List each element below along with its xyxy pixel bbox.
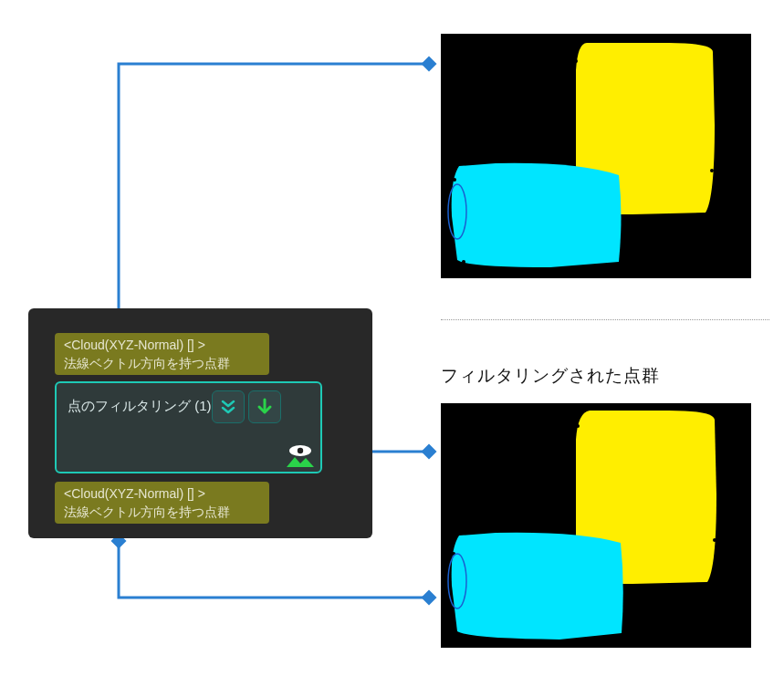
node-body[interactable]: 点のフィルタリング (1) [55,381,322,473]
output-port-type: <Cloud(XYZ-Normal) [] > [64,484,260,503]
viewer-toggle[interactable] [285,445,316,467]
svg-point-11 [462,260,465,264]
filtered-heading: フィルタリングされた点群 [441,364,660,388]
output-port[interactable]: <Cloud(XYZ-Normal) [] > 法線ベクトル方向を持つ点群 [55,482,269,524]
svg-point-13 [576,424,580,428]
preview-input [441,34,751,278]
input-port[interactable]: <Cloud(XYZ-Normal) [] > 法線ベクトル方向を持つ点群 [55,333,269,375]
svg-point-10 [453,178,456,182]
expand-all-button[interactable] [212,390,245,423]
svg-point-8 [574,59,578,63]
svg-point-14 [713,538,716,542]
double-down-icon [219,398,237,416]
svg-point-7 [298,448,303,453]
run-button[interactable] [248,390,281,423]
svg-rect-2 [422,444,437,460]
pointcloud-output-thumbnail [441,403,751,648]
svg-point-9 [710,169,714,172]
down-arrow-icon [256,398,274,416]
svg-rect-4 [422,590,437,606]
input-port-desc: 法線ベクトル方向を持つ点群 [64,354,260,372]
node-title: 点のフィルタリング (1) [68,398,212,415]
input-port-type: <Cloud(XYZ-Normal) [] > [64,336,260,354]
svg-rect-1 [422,57,437,72]
pointcloud-input-thumbnail [441,34,751,278]
image-eye-icon [285,445,316,467]
preview-output [441,403,751,648]
divider [441,319,769,320]
output-port-desc: 法線ベクトル方向を持つ点群 [64,503,260,521]
